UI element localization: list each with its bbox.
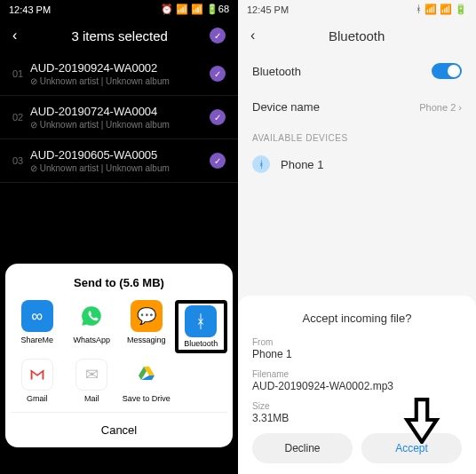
list-item[interactable]: 02 AUD-20190724-WA0004 ⊘ Unknown artist … (0, 96, 238, 139)
status-time: 12:45 PM (247, 4, 289, 15)
header: ‹ 3 items selected ✓ (0, 19, 238, 52)
size-value: 3.31MB (252, 412, 462, 424)
whatsapp-icon (75, 300, 107, 332)
bluetooth-toggle[interactable] (432, 63, 462, 79)
status-time: 12:43 PM (9, 4, 51, 15)
accept-button[interactable]: Accept (361, 433, 462, 463)
item-check-icon[interactable]: ✓ (210, 66, 226, 82)
app-drive[interactable]: Save to Drive (120, 359, 173, 403)
from-value: Phone 1 (252, 348, 462, 360)
app-gmail[interactable]: Gmail (11, 359, 64, 403)
status-icons: ⏰ 📶 📶 🔋68 (161, 4, 229, 15)
item-title: AUD-20190724-WA0004 (30, 105, 210, 118)
header: ‹ Bluetooth (238, 19, 476, 52)
sheet-title: Accept incoming file? (252, 312, 462, 325)
device-name: Phone 1 (281, 158, 323, 171)
device-name-label: Device name (252, 100, 320, 114)
app-whatsapp[interactable]: WhatsApp (66, 300, 119, 353)
item-subtitle: ⊘ Unknown artist | Unknown album (30, 120, 210, 130)
device-row[interactable]: ᚼ Phone 1 (238, 146, 476, 182)
list-item[interactable]: 03 AUD-20190605-WA0005 ⊘ Unknown artist … (0, 139, 238, 183)
item-check-icon[interactable]: ✓ (210, 109, 226, 125)
item-subtitle: ⊘ Unknown artist | Unknown album (30, 163, 210, 173)
item-title: AUD-20190924-WA0002 (30, 61, 210, 75)
decline-button[interactable]: Decline (252, 433, 353, 463)
list-index: 03 (12, 155, 30, 166)
page-title: 3 items selected (29, 28, 210, 43)
item-subtitle: ⊘ Unknown artist | Unknown album (30, 76, 210, 86)
share-sheet: Send to (5.6 MB) ∞ ShareMe WhatsApp 💬 Me… (5, 264, 233, 447)
list-item[interactable]: 01 AUD-20190924-WA0002 ⊘ Unknown artist … (0, 52, 238, 96)
drive-icon (131, 359, 163, 391)
status-bar: 12:43 PM ⏰ 📶 📶 🔋68 (0, 0, 238, 19)
sheet-title: Send to (5.6 MB) (11, 276, 227, 289)
status-icons: ᚼ 📶 📶 🔋 (416, 4, 467, 15)
item-title: AUD-20190605-WA0005 (30, 148, 210, 162)
app-mail[interactable]: ✉ Mail (66, 359, 119, 403)
chevron-right-icon: › (458, 102, 462, 113)
bluetooth-toggle-row[interactable]: Bluetooth (238, 52, 476, 90)
device-name-value: Phone 2 (419, 102, 456, 113)
app-bluetooth[interactable]: ᚼ Bluetooth (175, 300, 228, 353)
bluetooth-icon: ᚼ (185, 305, 217, 337)
mail-icon: ✉ (75, 359, 107, 391)
messaging-icon: 💬 (131, 300, 163, 332)
filename-label: Filename (252, 369, 462, 379)
list-index: 01 (12, 68, 30, 79)
device-bluetooth-icon: ᚼ (252, 155, 270, 173)
device-name-row[interactable]: Device name Phone 2 › (238, 90, 476, 124)
from-label: From (252, 337, 462, 347)
bluetooth-label: Bluetooth (252, 65, 301, 78)
available-devices-label: AVAILABLE DEVICES (238, 124, 476, 146)
select-all-check[interactable]: ✓ (210, 28, 226, 43)
shareme-icon: ∞ (21, 300, 53, 332)
gmail-icon (21, 359, 53, 391)
phone-right-screenshot: 12:45 PM ᚼ 📶 📶 🔋 ‹ Bluetooth Bluetooth D… (238, 0, 476, 474)
size-label: Size (252, 401, 462, 411)
phone-left-screenshot: 12:43 PM ⏰ 📶 📶 🔋68 ‹ 3 items selected ✓ … (0, 0, 238, 474)
app-shareme[interactable]: ∞ ShareMe (11, 300, 64, 353)
incoming-file-sheet: Accept incoming file? From Phone 1 Filen… (238, 296, 476, 474)
list-index: 02 (12, 112, 30, 122)
filename-value: AUD-20190924-WA0002.mp3 (252, 380, 462, 392)
back-icon[interactable]: ‹ (12, 28, 29, 43)
status-bar: 12:45 PM ᚼ 📶 📶 🔋 (238, 0, 476, 19)
item-check-icon[interactable]: ✓ (210, 153, 226, 169)
app-messaging[interactable]: 💬 Messaging (120, 300, 173, 353)
cancel-button[interactable]: Cancel (11, 412, 227, 444)
page-title: Bluetooth (250, 28, 464, 43)
